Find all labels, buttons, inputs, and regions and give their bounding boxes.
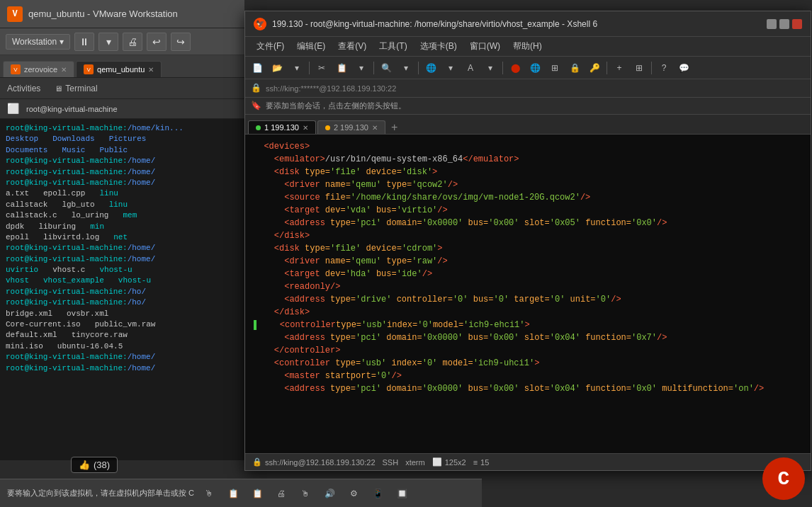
menu-help[interactable]: 帮助(H) (507, 39, 548, 54)
globe-2-btn[interactable]: 🌐 (526, 59, 544, 76)
plus-btn[interactable]: + (610, 59, 628, 76)
terminal-header: ⬜ root@king-virtual-machine (0, 99, 244, 119)
session-tab-2-close[interactable]: ✕ (372, 124, 378, 132)
open-btn[interactable]: 📂 (268, 59, 286, 76)
sep-1 (309, 62, 310, 74)
dimensions-icon: ⬜ (432, 457, 442, 467)
xshell-terminal[interactable]: <devices> <emulator>/usr/bin/qemu-system… (245, 135, 811, 453)
menu-file[interactable]: 文件(F) (251, 39, 290, 54)
chat-btn[interactable]: 💬 (675, 59, 693, 76)
xshell-menubar: 文件(F) 编辑(E) 查看(V) 工具(T) 选项卡(B) 窗口(W) 帮助(… (245, 37, 811, 57)
forward-button[interactable]: ↪ (171, 33, 191, 51)
help-btn[interactable]: ? (655, 59, 673, 76)
vmware-titlebar: V qemu_ubuntu - VMware Workstation (0, 0, 244, 28)
tab-zerovoice-close[interactable]: ✕ (61, 66, 67, 74)
terminal-icon: ⬜ (7, 103, 19, 115)
workstation-dropdown[interactable]: Workstation ▾ (6, 34, 70, 50)
print-button[interactable]: 🖨 (123, 33, 142, 51)
toolbar-btn-11[interactable]: ▾ (481, 59, 500, 76)
statusbar-btn-2[interactable]: 📋 (224, 485, 242, 502)
vmware-toolbar: Workstation ▾ ⏸ ▾ 🖨 ↩ ↪ (0, 28, 244, 55)
add-session-tab-button[interactable]: + (387, 121, 402, 134)
ssh-protocol-status: SSH (383, 458, 399, 467)
vm-tabs: V zerovoice ✕ V qemu_ubuntu ✕ (0, 55, 244, 78)
menu-edit[interactable]: 编辑(E) (291, 39, 331, 54)
session-tab-1[interactable]: 1 199.130 ✕ (248, 120, 316, 134)
key-btn[interactable]: 🔑 (585, 59, 604, 76)
terminal-line-18: <controller type='usb' index='0' model='… (254, 357, 802, 370)
lock-btn[interactable]: 🔒 (565, 59, 584, 76)
menu-view[interactable]: 查看(V) (332, 39, 372, 54)
xshell-address-bar: 🔒 ssh://king:******@192.168.199.130:22 (245, 79, 811, 98)
terminal-menu[interactable]: 🖥 Terminal (55, 84, 97, 93)
terminal-line-17: </controller> (254, 344, 802, 357)
statusbar-btn-3[interactable]: 📋 (248, 485, 266, 502)
session-tab-1-label: 1 199.130 (264, 123, 299, 132)
toolbar-btn-9[interactable]: ▾ (441, 59, 460, 76)
grid-btn[interactable]: ⊞ (546, 59, 564, 76)
terminal-line-16: <address type='pci' domain='0x0000' bus=… (254, 331, 802, 344)
session-tab-2[interactable]: 2 199.130 ✕ (317, 120, 385, 134)
sep-4 (502, 62, 503, 74)
search-btn[interactable]: 🔍 (377, 59, 395, 76)
vmware-logo: V (7, 6, 23, 22)
close-button[interactable] (792, 19, 802, 29)
globe-btn[interactable]: 🌐 (422, 59, 440, 76)
like-badge[interactable]: 👍 (38) (71, 457, 118, 473)
sep-6 (651, 62, 652, 74)
xshell-window: 🦅 199.130 - root@king-virtual-machine: /… (244, 11, 811, 471)
statusbar-btn-8[interactable]: 📱 (368, 485, 387, 502)
session-1-status-dot (256, 125, 261, 130)
copy-btn[interactable]: 📋 (332, 59, 351, 76)
dimensions-status: ⬜ 125x2 (432, 457, 466, 467)
statusbar-btn-6[interactable]: 🔊 (320, 485, 339, 502)
terminal-line-5: <source file='/home/king/share/ovs/img/v… (254, 191, 802, 204)
back-button[interactable]: ↩ (147, 33, 167, 51)
terminal-line-11: <target dev='hda' bus='ide'/> (254, 268, 802, 280)
font-btn[interactable]: A (461, 59, 480, 76)
hint-text: 要添加当前会话，点击左侧的箭头按钮。 (266, 101, 406, 111)
lock-icon: 🔒 (251, 83, 261, 93)
maximize-button[interactable] (779, 19, 789, 29)
sep-2 (373, 62, 374, 74)
sep-3 (418, 62, 419, 74)
terminal-line-19: <master startport='0'/> (254, 370, 802, 382)
statusbar-btn-4[interactable]: 🖨 (272, 485, 291, 502)
line-status: ≡ 15 (473, 458, 490, 467)
menu-tools[interactable]: 工具(T) (373, 39, 412, 54)
toolbar-btn-2[interactable]: ▾ (98, 33, 118, 51)
activities-menu[interactable]: Activities (7, 84, 40, 93)
vm-sub-toolbar: Activities 🖥 Terminal (0, 78, 244, 99)
session-tab-2-label: 2 199.130 (334, 123, 368, 132)
xshell-toolbar: 📄 📂 ▾ ✂ 📋 ▾ 🔍 ▾ 🌐 ▾ A ▾ ⬤ 🌐 ⊞ 🔒 🔑 + ⊞ ? … (245, 57, 811, 79)
toolbar-btn-7[interactable]: ▾ (397, 59, 415, 76)
toolbar-btn-3[interactable]: ▾ (288, 59, 306, 76)
red-circle-btn[interactable]: ⬤ (506, 59, 524, 76)
terminal-line-8: </disk> (254, 229, 802, 242)
tab-qemu-ubuntu[interactable]: V qemu_ubuntu ✕ (76, 61, 162, 77)
terminal-line-2: <emulator>/usr/bin/qemu-system-x86_64</e… (254, 153, 802, 166)
statusbar-btn-1[interactable]: 🖰 (200, 485, 218, 502)
line-icon: ≡ (473, 458, 478, 467)
cut-btn[interactable]: ✂ (312, 59, 331, 76)
address-text: ssh://king:******@192.168.199.130:22 (266, 84, 396, 93)
statusbar-btn-7[interactable]: ⚙ (344, 485, 363, 502)
statusbar-btn-9[interactable]: 🔲 (393, 485, 411, 502)
toolbar-btn-5[interactable]: ▾ (352, 59, 371, 76)
tab-zerovoice[interactable]: V zerovoice ✕ (3, 61, 74, 77)
pause-button[interactable]: ⏸ (74, 33, 94, 51)
xshell-favicon: 🦅 (254, 18, 266, 30)
xshell-window-title: 199.130 - root@king-virtual-machine: /ho… (272, 19, 761, 29)
sep-5 (607, 62, 607, 74)
session-tab-1-close[interactable]: ✕ (303, 124, 308, 132)
zerovoice-icon: V (11, 64, 21, 74)
tab-qemu-close[interactable]: ✕ (148, 66, 154, 74)
menu-tabs[interactable]: 选项卡(B) (415, 39, 463, 54)
statusbar-btn-5[interactable]: 🖱 (296, 485, 315, 502)
toolbar-btn-last[interactable]: ⊞ (630, 59, 648, 76)
new-session-btn[interactable]: 📄 (248, 59, 266, 76)
menu-window[interactable]: 窗口(W) (464, 39, 506, 54)
terminal-body[interactable]: root@king-virtual-machine:/home/kin... D… (0, 119, 244, 460)
minimize-button[interactable] (767, 19, 777, 29)
terminal-line-12: <readonly/> (254, 280, 802, 293)
